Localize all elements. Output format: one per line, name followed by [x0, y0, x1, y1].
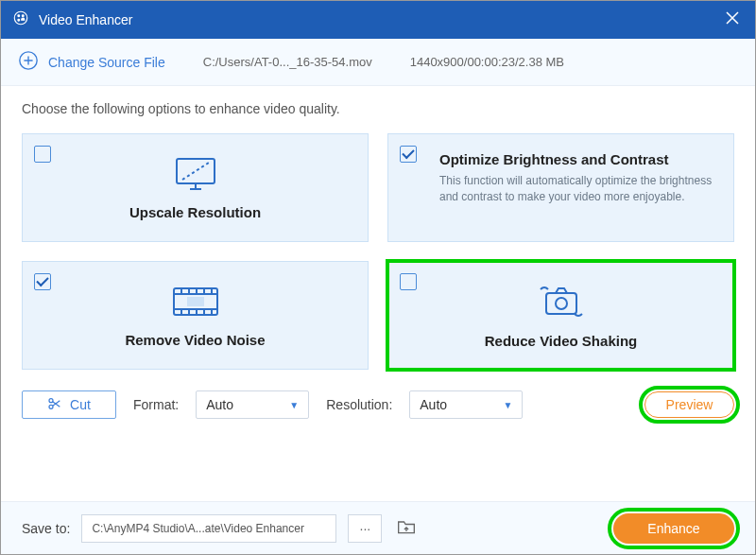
svg-rect-7: [187, 297, 204, 306]
card-remove-noise[interactable]: Remove Video Noise: [22, 261, 369, 370]
monitor-icon: [171, 155, 220, 197]
content-area: Choose the following options to enhance …: [1, 86, 755, 428]
svg-point-3: [18, 19, 20, 21]
checkbox-brightness[interactable]: [400, 146, 417, 163]
svg-point-9: [556, 298, 567, 309]
titlebar: Video Enhancer: [1, 1, 755, 39]
enhance-button[interactable]: Enhance: [613, 513, 734, 544]
instruction-text: Choose the following options to enhance …: [22, 101, 734, 116]
format-select[interactable]: Auto ▼: [196, 390, 309, 419]
svg-rect-8: [546, 293, 576, 314]
enhance-label: Enhance: [647, 521, 699, 536]
resolution-select[interactable]: Auto ▼: [409, 390, 523, 419]
resolution-label: Resolution:: [326, 397, 392, 412]
svg-point-1: [18, 15, 20, 17]
save-to-label: Save to:: [22, 521, 70, 536]
change-source-button[interactable]: Change Source File: [18, 50, 165, 74]
window: Video Enhancer Change Source File C:/Use…: [0, 0, 756, 555]
palette-icon: [12, 9, 29, 30]
plus-icon: [18, 50, 39, 74]
folder-icon: [397, 518, 416, 539]
format-label: Format:: [133, 397, 179, 412]
cut-button[interactable]: Cut: [22, 390, 116, 419]
chevron-down-icon: ▼: [289, 400, 299, 410]
svg-rect-5: [177, 159, 215, 183]
card-title: Optimize Brightness and Contrast: [439, 151, 669, 167]
filmstrip-icon: [170, 283, 221, 324]
card-title: Remove Video Noise: [125, 332, 265, 348]
card-title: Reduce Video Shaking: [485, 333, 637, 349]
source-file-meta: 1440x900/00:00:23/2.38 MB: [410, 55, 564, 69]
source-file-path: C:/Users/AT-0..._16-35-54.mov: [203, 55, 372, 69]
controls-row: Cut Format: Auto ▼ Resolution: Auto ▼ Pr…: [22, 390, 734, 419]
open-folder-button[interactable]: [393, 515, 420, 542]
checkbox-noise[interactable]: [34, 273, 51, 290]
preview-label: Preview: [666, 397, 713, 412]
save-path-value: C:\AnyMP4 Studio\A...ate\Video Enhancer: [92, 522, 304, 535]
footer: Save to: C:\AnyMP4 Studio\A...ate\Video …: [1, 501, 755, 554]
preview-button[interactable]: Preview: [644, 391, 734, 418]
source-toolbar: Change Source File C:/Users/AT-0..._16-3…: [1, 39, 755, 86]
browse-button[interactable]: ···: [348, 514, 382, 543]
format-value: Auto: [206, 397, 233, 412]
card-upscale-resolution[interactable]: Upscale Resolution: [22, 133, 369, 242]
cut-label: Cut: [70, 397, 91, 412]
card-title: Upscale Resolution: [129, 204, 261, 220]
card-optimize-brightness[interactable]: Optimize Brightness and Contrast This fu…: [387, 133, 734, 242]
save-path-field[interactable]: C:\AnyMP4 Studio\A...ate\Video Enhancer: [81, 514, 336, 543]
checkbox-upscale[interactable]: [34, 146, 51, 163]
svg-point-0: [14, 11, 27, 25]
svg-point-2: [22, 15, 24, 17]
options-grid: Upscale Resolution Optimize Brightness a…: [22, 133, 734, 370]
card-reduce-shaking[interactable]: Reduce Video Shaking: [387, 261, 734, 370]
close-button[interactable]: [721, 7, 744, 33]
card-description: This function will automatically optimiz…: [439, 173, 716, 205]
scissors-icon: [47, 396, 62, 414]
chevron-down-icon: ▼: [503, 400, 512, 410]
checkbox-shaking[interactable]: [400, 273, 417, 290]
window-title: Video Enhancer: [39, 12, 721, 27]
resolution-value: Auto: [420, 397, 447, 412]
dots-label: ···: [360, 521, 371, 536]
camera-icon: [533, 282, 590, 325]
change-source-label: Change Source File: [48, 55, 165, 70]
